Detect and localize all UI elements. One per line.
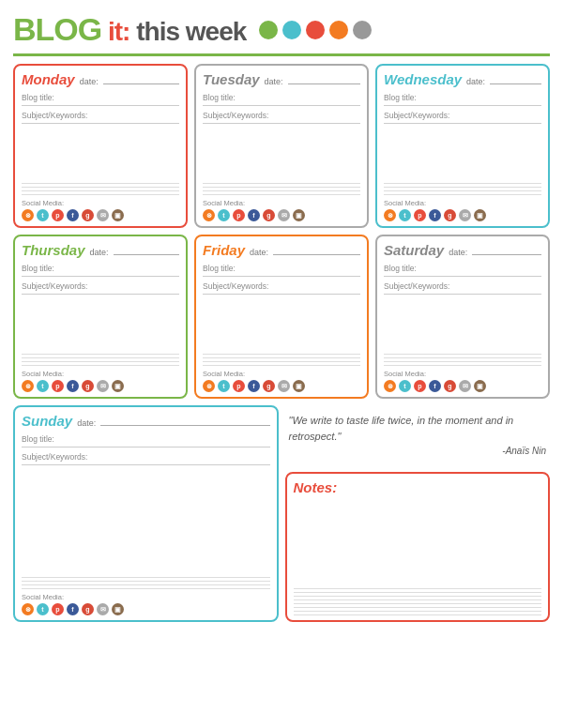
facebook-icon: f: [429, 380, 441, 392]
saturday-date-line: [472, 254, 541, 255]
pinterest-icon: p: [52, 603, 64, 615]
page-header: BLOG it: this week: [13, 11, 550, 48]
monday-blog-title-line: [22, 105, 179, 106]
notes-card: Notes:: [285, 472, 551, 622]
instagram-icon: ▣: [112, 603, 124, 615]
dot-green: [259, 21, 278, 39]
sunday-subject-label: Subject/Keywords:: [22, 452, 270, 462]
monday-blog-title-label: Blog title:: [22, 93, 179, 102]
email-icon: ✉: [97, 209, 109, 221]
quote-text: "We write to taste life twice, in the mo…: [289, 413, 547, 444]
monday-date-line: [103, 83, 179, 84]
quote-attribution: -Anaïs Nin: [289, 444, 547, 458]
friday-blog-title-label: Blog title:: [203, 264, 360, 273]
tuesday-header: Tuesday date:: [203, 71, 360, 87]
dot-red: [306, 21, 325, 39]
twitter-icon: t: [399, 209, 411, 221]
rss-icon: ⊛: [203, 380, 215, 392]
pinterest-icon: p: [233, 380, 245, 392]
instagram-icon: ▣: [474, 209, 486, 221]
title-subtitle: this week: [129, 17, 246, 46]
googleplus-icon: g: [444, 209, 456, 221]
wednesday-date-label: date:: [466, 77, 485, 86]
email-icon: ✉: [278, 209, 290, 221]
tuesday-social: Social Media: ⊛ t p f g ✉ ▣: [203, 199, 360, 221]
instagram-icon: ▣: [474, 380, 486, 392]
rss-icon: ⊛: [22, 209, 34, 221]
googleplus-icon: g: [82, 603, 94, 615]
saturday-date-label: date:: [449, 248, 467, 257]
quote-block: "We write to taste life twice, in the mo…: [285, 405, 551, 465]
friday-card: Friday date: Blog title: Subject/Keyword…: [194, 235, 369, 399]
notes-label: Notes:: [294, 479, 338, 495]
twitter-icon: t: [37, 209, 49, 221]
twitter-icon: t: [37, 603, 49, 615]
wednesday-blog-title-label: Blog title:: [384, 93, 541, 102]
wednesday-social: Social Media: ⊛ t p f g ✉ ▣: [384, 199, 541, 221]
tuesday-date-label: date:: [265, 77, 283, 86]
thursday-date-line: [114, 254, 179, 255]
wednesday-subject-label: Subject/Keywords:: [384, 111, 541, 120]
wednesday-subject-line: [384, 123, 541, 124]
email-icon: ✉: [278, 380, 290, 392]
googleplus-icon: g: [263, 209, 275, 221]
monday-spacer: [22, 126, 179, 195]
wednesday-name: Wednesday: [384, 71, 462, 87]
friday-subject-line: [203, 294, 360, 295]
twitter-icon: t: [399, 380, 411, 392]
sunday-name: Sunday: [22, 413, 72, 429]
facebook-icon: f: [248, 380, 260, 392]
instagram-icon: ▣: [112, 380, 124, 392]
pinterest-icon: p: [414, 209, 426, 221]
sunday-date-label: date:: [77, 418, 96, 428]
friday-date-line: [273, 254, 360, 255]
email-icon: ✉: [97, 380, 109, 392]
saturday-name: Saturday: [384, 242, 444, 258]
title-it: it:: [101, 17, 129, 46]
monday-social-icons: ⊛ t p f g ✉ ▣: [22, 209, 179, 221]
page-title: BLOG it: this week: [13, 11, 246, 48]
email-icon: ✉: [97, 603, 109, 615]
thursday-social-label: Social Media:: [22, 370, 179, 378]
thursday-spacer: [22, 296, 179, 366]
saturday-card: Saturday date: Blog title: Subject/Keywo…: [375, 235, 550, 399]
thursday-subject-label: Subject/Keywords:: [22, 281, 179, 291]
friday-subject-label: Subject/Keywords:: [203, 281, 360, 291]
pinterest-icon: p: [52, 209, 64, 221]
tuesday-card: Tuesday date: Blog title: Subject/Keywor…: [194, 64, 369, 228]
title-blog: BLOG: [13, 11, 101, 47]
notes-header: Notes:: [294, 479, 542, 495]
thursday-blog-title-line: [22, 276, 179, 277]
wednesday-date-line: [490, 83, 541, 84]
instagram-icon: ▣: [293, 209, 305, 221]
sunday-social-icons: ⊛ t p f g ✉ ▣: [22, 603, 270, 615]
monday-header: Monday date:: [22, 71, 179, 87]
tuesday-spacer: [203, 126, 360, 195]
sunday-blog-title-line: [22, 447, 270, 447]
week-row-1: Monday date: Blog title: Subject/Keyword…: [13, 64, 550, 228]
instagram-icon: ▣: [112, 209, 124, 221]
wednesday-card: Wednesday date: Blog title: Subject/Keyw…: [375, 64, 550, 228]
thursday-card: Thursday date: Blog title: Subject/Keywo…: [13, 235, 188, 399]
tuesday-subject-label: Subject/Keywords:: [203, 111, 360, 120]
week-row-3: Sunday date: Blog title: Subject/Keyword…: [13, 405, 550, 622]
friday-name: Friday: [203, 242, 245, 258]
googleplus-icon: g: [444, 380, 456, 392]
saturday-social-label: Social Media:: [384, 370, 541, 378]
tuesday-blog-title-label: Blog title:: [203, 93, 360, 102]
twitter-icon: t: [218, 209, 230, 221]
tuesday-social-label: Social Media:: [203, 199, 360, 207]
thursday-social: Social Media: ⊛ t p f g ✉ ▣: [22, 370, 179, 392]
header-divider: [13, 53, 550, 56]
friday-spacer: [203, 296, 360, 366]
thursday-name: Thursday: [22, 242, 85, 258]
facebook-icon: f: [67, 209, 79, 221]
wednesday-social-icons: ⊛ t p f g ✉ ▣: [384, 209, 541, 221]
friday-blog-title-line: [203, 276, 360, 277]
tuesday-blog-title-line: [203, 105, 360, 106]
color-dots: [259, 21, 372, 39]
saturday-blog-title-line: [384, 276, 541, 277]
email-icon: ✉: [459, 380, 471, 392]
rss-icon: ⊛: [22, 603, 34, 615]
tuesday-social-icons: ⊛ t p f g ✉ ▣: [203, 209, 360, 221]
